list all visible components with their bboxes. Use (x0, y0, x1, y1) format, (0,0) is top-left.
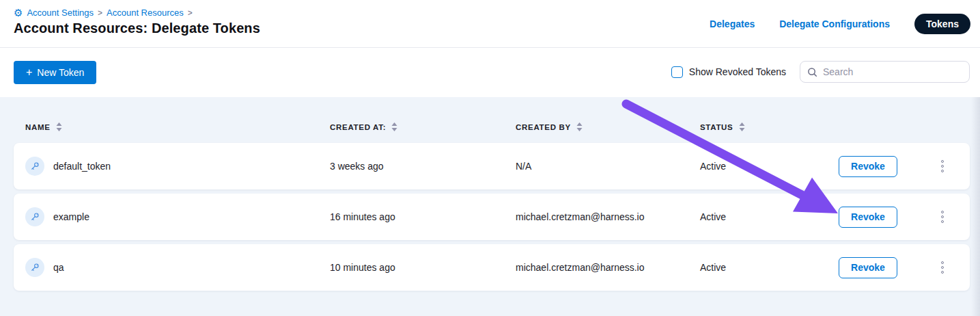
sort-arrows-icon[interactable] (576, 122, 583, 131)
tab-tokens[interactable]: Tokens (914, 14, 970, 34)
token-name: qa (53, 262, 64, 273)
column-header-name[interactable]: NAME (25, 122, 330, 131)
table-header-row: NAME CREATED AT: CREATED BY STATUS (14, 122, 970, 131)
created-by-cell: michael.cretzman@harness.io (516, 211, 700, 222)
revoke-button[interactable]: Revoke (839, 156, 897, 177)
status-cell: Active (700, 211, 839, 222)
column-header-status[interactable]: STATUS (700, 122, 839, 131)
toolbar: + New Token Show Revoked Tokens (0, 48, 980, 96)
breadcrumb-separator: > (98, 8, 102, 18)
token-name: default_token (53, 161, 111, 172)
column-header-label: NAME (25, 123, 51, 131)
table-row-default-token[interactable]: default_token 3 weeks ago N/A Active Rev… (14, 143, 970, 189)
breadcrumb-link-account-settings[interactable]: Account Settings (27, 8, 94, 18)
page-header: ⚙ Account Settings > Account Resources >… (0, 0, 980, 48)
show-revoked-tokens-label: Show Revoked Tokens (689, 66, 786, 77)
sort-arrows-icon[interactable] (391, 122, 397, 131)
name-cell: default_token (25, 157, 330, 176)
sort-arrows-icon[interactable] (56, 122, 62, 131)
column-header-created-by[interactable]: CREATED BY (516, 122, 700, 131)
created-by-cell: michael.cretzman@harness.io (516, 262, 700, 273)
breadcrumb-link-account-resources[interactable]: Account Resources (107, 8, 184, 18)
tab-bar: Delegates Delegate Configurations Tokens (710, 14, 970, 34)
search-input[interactable] (823, 66, 962, 77)
revoke-button-row-example[interactable]: Revoke (839, 207, 897, 228)
column-header-created-at[interactable]: CREATED AT: (330, 122, 516, 131)
created-at-cell: 10 minutes ago (330, 262, 516, 273)
sort-arrows-icon[interactable] (739, 122, 745, 131)
key-icon (25, 157, 44, 176)
tab-delegate-configurations[interactable]: Delegate Configurations (779, 18, 890, 29)
column-header-label: CREATED BY (516, 123, 571, 131)
new-token-button[interactable]: + New Token (14, 61, 96, 84)
key-icon (25, 258, 44, 277)
created-by-cell: N/A (516, 161, 700, 172)
gear-icon: ⚙ (14, 8, 23, 18)
key-icon (25, 207, 44, 226)
column-header-label: STATUS (700, 123, 733, 131)
tokens-table: NAME CREATED AT: CREATED BY STATUS (0, 97, 980, 316)
toolbar-right: Show Revoked Tokens (671, 61, 970, 83)
tab-delegates[interactable]: Delegates (710, 18, 755, 29)
search-icon (807, 67, 817, 77)
created-at-cell: 16 minutes ago (330, 211, 516, 222)
kebab-menu-icon[interactable] (937, 257, 948, 278)
created-at-cell: 3 weeks ago (330, 161, 516, 172)
name-cell: example (25, 207, 330, 226)
show-revoked-tokens-toggle[interactable]: Show Revoked Tokens (671, 66, 786, 78)
table-row-example[interactable]: example 16 minutes ago michael.cretzman@… (14, 194, 970, 240)
search-box[interactable] (800, 61, 970, 83)
name-cell: qa (25, 258, 330, 277)
status-cell: Active (700, 161, 839, 172)
status-cell: Active (700, 262, 839, 273)
table-row-qa[interactable]: qa 10 minutes ago michael.cretzman@harne… (14, 244, 970, 291)
token-name: example (53, 211, 89, 222)
kebab-menu-icon[interactable] (937, 156, 948, 176)
kebab-menu-icon[interactable] (937, 207, 948, 227)
column-header-label: CREATED AT: (330, 123, 386, 131)
new-token-label: New Token (37, 67, 84, 78)
checkbox-icon[interactable] (671, 66, 683, 78)
breadcrumb-separator: > (188, 8, 193, 18)
plus-icon: + (26, 67, 32, 78)
revoke-button[interactable]: Revoke (839, 257, 897, 278)
